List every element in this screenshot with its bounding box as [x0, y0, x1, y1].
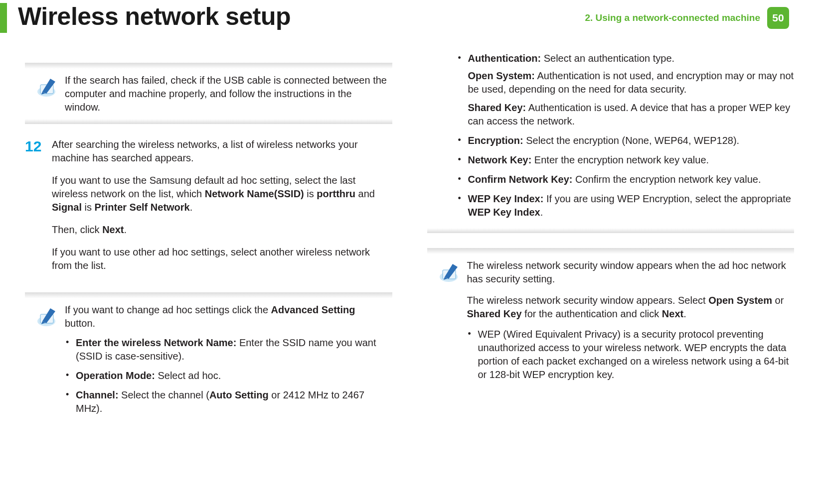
page-number-badge: 50 [767, 7, 789, 29]
t: Authentication: [468, 53, 541, 64]
t: Confirm the encryption network key value… [573, 174, 761, 185]
content-columns: If the search has failed, check if the U… [0, 34, 819, 437]
note-box-1: If the search has failed, check if the U… [25, 63, 392, 124]
t: Auto Setting [209, 389, 269, 400]
list-item: WEP (Wired Equivalent Privacy) is a secu… [467, 328, 790, 381]
page-title: Wireless network setup [18, 0, 291, 34]
page-header: Wireless network setup 2. Using a networ… [0, 0, 819, 34]
step-number: 12 [25, 138, 52, 281]
t: and [355, 188, 375, 199]
t: is [82, 202, 95, 213]
note2-bullets: Enter the wireless Network Name: Enter t… [65, 336, 387, 415]
t: Select ad hoc. [155, 370, 221, 381]
t: Next [102, 224, 124, 235]
note-icon [30, 74, 65, 114]
t: Enter the wireless Network Name: [76, 337, 236, 348]
rule-bottom [25, 119, 392, 124]
note-body: The wireless network security window app… [427, 254, 795, 389]
left-column: If the search has failed, check if the U… [25, 52, 392, 437]
t: portthru [317, 188, 355, 199]
t: Network Key: [468, 154, 532, 165]
t: The wireless network security window app… [467, 295, 709, 306]
note2-intro: If you want to change ad hoc settings cl… [65, 303, 387, 330]
chapter-label: 2. Using a network-connected machine [585, 11, 760, 24]
document-page: Wireless network setup 2. Using a networ… [0, 0, 819, 504]
note-box-2: If you want to change ad hoc settings cl… [25, 292, 392, 423]
note-text: The wireless network security window app… [467, 259, 790, 387]
t: Printer Self Network [95, 202, 190, 213]
t: Next [662, 308, 683, 319]
list-item: WEP Key Index: If you are using WEP Encr… [457, 192, 795, 219]
t: WEP Key Index [468, 207, 540, 218]
t: Open System [708, 295, 772, 306]
t: button. [65, 318, 95, 329]
list-item: Authentication: Select an authentication… [457, 52, 795, 128]
sub-p: Shared Key: Authentication is used. A de… [468, 101, 795, 128]
step-body: After searching the wireless networks, a… [52, 138, 392, 281]
t: Then, click [52, 224, 102, 235]
note3-bullets: WEP (Wired Equivalent Privacy) is a secu… [467, 328, 790, 381]
title-wrap: Wireless network setup [0, 0, 585, 34]
list-item: Channel: Select the channel (Auto Settin… [65, 388, 387, 415]
rule-top [427, 248, 795, 254]
note-icon [30, 303, 65, 421]
t: . [683, 308, 686, 319]
list-item: Network Key: Enter the encryption networ… [457, 153, 795, 167]
t: Advanced Setting [271, 304, 355, 315]
sub-p: Open System: Authentication is not used,… [468, 69, 795, 96]
t: Signal [52, 202, 82, 213]
t: If you are using WEP Encryption, select … [543, 193, 791, 204]
rule-top [25, 63, 392, 69]
t: WEP Key Index: [468, 193, 544, 204]
t: If you want to change ad hoc settings cl… [65, 304, 271, 315]
t: for the authentication and click [522, 308, 662, 319]
step-p3: Then, click Next. [52, 223, 392, 237]
step-p1: After searching the wireless networks, a… [52, 138, 392, 165]
t: . [124, 224, 127, 235]
list-item: Enter the wireless Network Name: Enter t… [65, 336, 387, 363]
t: Select an authentication type. [541, 53, 674, 64]
t: Channel: [76, 389, 119, 400]
note-body: If the search has failed, check if the U… [25, 69, 392, 116]
step-p2: If you want to use the Samsung default a… [52, 174, 392, 214]
rule-bottom [427, 228, 795, 233]
list-item: Operation Mode: Select ad hoc. [65, 369, 387, 382]
t: Shared Key: [468, 102, 526, 113]
note3-p2: The wireless network security window app… [467, 294, 790, 321]
sublist: Open System: Authentication is not used,… [468, 69, 795, 128]
t: is [304, 188, 317, 199]
accent-bar [0, 3, 7, 33]
note-box-3: The wireless network security window app… [427, 248, 795, 389]
t: Enter the encryption network key value. [531, 154, 709, 165]
note-text: If you want to change ad hoc settings cl… [65, 303, 387, 421]
t: Select the encryption (None, WEP64, WEP1… [523, 135, 740, 146]
t: . [540, 207, 543, 218]
step-12: 12 After searching the wireless networks… [25, 138, 392, 281]
t: Network Name(SSID) [205, 188, 304, 199]
list-item: Encryption: Select the encryption (None,… [457, 134, 795, 147]
chapter-indicator: 2. Using a network-connected machine 50 [585, 7, 789, 29]
right-column: Authentication: Select an authentication… [427, 52, 795, 437]
note3-p1: The wireless network security window app… [467, 259, 790, 286]
continuation-bullets: Authentication: Select an authentication… [427, 52, 795, 219]
t: Confirm Network Key: [468, 174, 573, 185]
t: or [772, 295, 784, 306]
rule-top [25, 292, 392, 298]
note-icon [432, 259, 467, 387]
t: . [190, 202, 193, 213]
note-body: If you want to change ad hoc settings cl… [25, 298, 392, 423]
t: Operation Mode: [76, 370, 155, 381]
t: Encryption: [468, 135, 523, 146]
t: Shared Key [467, 308, 522, 319]
list-item: Confirm Network Key: Confirm the encrypt… [457, 173, 795, 186]
t: Open System: [468, 70, 535, 81]
t: Select the channel ( [119, 389, 209, 400]
step-p4: If you want to use other ad hoc settings… [52, 246, 392, 272]
note-text: If the search has failed, check if the U… [65, 74, 387, 114]
